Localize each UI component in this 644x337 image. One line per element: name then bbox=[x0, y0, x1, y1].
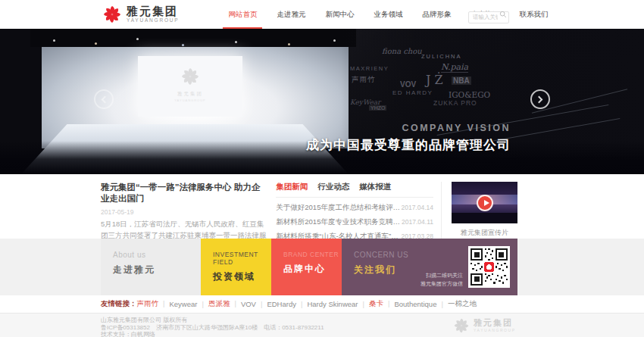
backdrop-title: 雅元集团 bbox=[164, 91, 217, 98]
news-item-title: 关于做好2015年度工作总结和考核评比等工作的通知 bbox=[276, 203, 401, 213]
search-box bbox=[468, 8, 509, 20]
backdrop-logo: 雅元集团 YAYUANGROUP bbox=[164, 67, 217, 102]
qr-caption: 扫描二维码关注 雅元集团官方微信 bbox=[420, 272, 463, 288]
vision-tagline-cn: 成为中国最受尊重的品牌管理公司 bbox=[306, 136, 511, 154]
tab-group-news[interactable]: 集团新闻 bbox=[276, 182, 308, 192]
brand-mark: ED HARDY bbox=[392, 89, 433, 96]
band-about-en: About us bbox=[113, 251, 201, 259]
nav-item-brand[interactable]: 品牌形象 bbox=[412, 0, 461, 29]
backdrop-subtitle: YAYUANGROUP bbox=[164, 98, 217, 102]
footer-logo: 雅元集团 YAYUANGROUP bbox=[453, 317, 516, 334]
hero-carousel: 雅元集团 YAYUANGROUP fiona chou ZULICHNA N.p… bbox=[0, 29, 644, 174]
news-list-item[interactable]: 关于做好2015年度工作总结和考核评比等工作的通知 2017.04.14 bbox=[276, 203, 433, 213]
chevron-right-icon bbox=[536, 96, 543, 104]
friendly-link[interactable]: 声雨竹 bbox=[137, 299, 170, 309]
friendly-link[interactable]: VOV bbox=[241, 300, 267, 308]
band-brand-en: BRAND CENTER bbox=[283, 251, 342, 258]
nav-item-home[interactable]: 网站首页 bbox=[218, 0, 267, 29]
news-section: 雅元集团“一带一路”法律服务中心 助力企业走出国门 2017-05-19 5月1… bbox=[101, 174, 517, 239]
news-item-date: 2017.04.14 bbox=[401, 204, 433, 211]
quick-links-band: About us 走进雅元 INVESTMENT FIELD 投资领域 BRAN… bbox=[0, 239, 644, 295]
brand-mark: IGO&EGO bbox=[449, 90, 490, 99]
company-name: 雅元集团 bbox=[127, 5, 179, 17]
qr-pattern bbox=[470, 248, 508, 286]
friendly-link[interactable]: 桑卡 bbox=[369, 299, 394, 309]
band-block-concern[interactable]: CONCERN US 关注我们 扫描二维码关注 雅元集团官方微信 bbox=[342, 239, 517, 295]
nav-item-business[interactable]: 业务领域 bbox=[364, 0, 412, 29]
promo-video-thumbnail[interactable] bbox=[452, 182, 517, 223]
friendly-links-label: 友情链接： bbox=[101, 299, 137, 309]
friendly-links-bar: 友情链接： 声雨竹 Keywear 恩派雅 VOV EDHardy Hardy … bbox=[101, 295, 644, 313]
band-block-brand[interactable]: BRAND CENTER 品牌中心 bbox=[271, 239, 342, 295]
band-about-cn: 走进雅元 bbox=[113, 264, 201, 276]
copyright-line: 山东雅元集团有限公司 版权所有 bbox=[101, 317, 644, 324]
brand-mark: N.paia bbox=[441, 62, 468, 73]
tech-support-line: 技术支持：白帆网络 bbox=[101, 331, 644, 337]
icp-address-line: 鲁ICP备05313852 济南市历下区山大路华强国际A座10楼 电话：0531… bbox=[101, 324, 644, 332]
news-item-date: 2017.04.11 bbox=[402, 218, 433, 226]
footer-flower-icon bbox=[453, 317, 470, 334]
friendly-link[interactable]: 恩派雅 bbox=[208, 299, 241, 309]
news-list-item[interactable]: 新材料所2015年度专业技术职务竞聘申报公示 2017.04.11 bbox=[276, 217, 433, 227]
featured-article: 雅元集团“一带一路”法律服务中心 助力企业走出国门 2017-05-19 5月1… bbox=[101, 182, 268, 239]
brand-mark: ZULICHNA bbox=[421, 53, 462, 60]
news-list: 集团新闻 行业动态 媒体报道 关于做好2015年度工作总结和考核评比等工作的通知… bbox=[276, 182, 442, 239]
brand-mark: NBA bbox=[452, 76, 471, 85]
friendly-link[interactable]: EDHardy bbox=[267, 300, 307, 308]
band-block-investment[interactable]: INVESTMENT FIELD 投资领域 bbox=[201, 239, 271, 295]
tab-industry-news[interactable]: 行业动态 bbox=[317, 182, 349, 192]
video-caption: 雅元集团宣传片 bbox=[452, 228, 517, 238]
band-investment-cn: 投资领域 bbox=[213, 270, 271, 283]
band-block-about[interactable]: About us 走进雅元 bbox=[101, 239, 201, 295]
band-investment-en: INVESTMENT FIELD bbox=[213, 251, 271, 266]
carousel-next-button[interactable] bbox=[530, 89, 550, 109]
stage-truss bbox=[30, 29, 356, 47]
brand-mark: MAXRIENY bbox=[350, 65, 389, 72]
news-item-title: 新材料所2015年度专业技术职务竞聘申报公示 bbox=[276, 217, 401, 227]
brand-mark: YHZO bbox=[369, 105, 386, 111]
tab-media-news[interactable]: 媒体报道 bbox=[359, 182, 391, 192]
company-logo[interactable]: 雅元集团 YAYUANGROUP bbox=[102, 5, 179, 24]
brand-mark: ZUKKA PRO bbox=[433, 99, 477, 107]
flower-logo-icon bbox=[102, 5, 122, 24]
news-tabs: 集团新闻 行业动态 媒体报道 bbox=[276, 182, 433, 198]
backdrop-flower-icon bbox=[180, 67, 200, 86]
footer-company-name: 雅元集团 bbox=[474, 319, 516, 327]
friendly-link[interactable]: Bouthentique bbox=[394, 300, 447, 308]
page: 雅元集团 YAYUANGROUP 网站首页 走进雅元 新闻中心 业务领域 品牌形… bbox=[0, 0, 644, 337]
chevron-left-icon bbox=[102, 96, 109, 104]
company-name-en: YAYUANGROUP bbox=[127, 18, 179, 23]
brand-mark: 声雨竹 bbox=[352, 75, 376, 85]
header: 雅元集团 YAYUANGROUP 网站首页 走进雅元 新闻中心 业务领域 品牌形… bbox=[0, 0, 644, 29]
band-brand-cn: 品牌中心 bbox=[283, 263, 342, 276]
friendly-link[interactable]: Hardy Skinwear bbox=[307, 300, 369, 308]
friendly-link[interactable]: Keywear bbox=[169, 300, 208, 308]
friendly-link[interactable]: 一棉之地 bbox=[448, 299, 477, 309]
nav-item-about[interactable]: 走进雅元 bbox=[267, 0, 315, 29]
featured-article-title[interactable]: 雅元集团“一带一路”法律服务中心 助力企业走出国门 bbox=[101, 182, 268, 204]
footer-company-name-en: YAYUANGROUP bbox=[474, 329, 516, 332]
search-icon[interactable] bbox=[499, 11, 507, 18]
wechat-qr-code bbox=[468, 246, 510, 288]
play-icon[interactable] bbox=[477, 195, 493, 211]
brand-mark: J Ż bbox=[426, 73, 443, 87]
nav-item-news[interactable]: 新闻中心 bbox=[315, 0, 364, 29]
featured-article-date: 2017-05-19 bbox=[101, 208, 268, 216]
nav-item-contact[interactable]: 联系我们 bbox=[509, 0, 558, 29]
video-column: 雅元集团宣传片 bbox=[452, 182, 517, 239]
stage-lights bbox=[53, 39, 55, 42]
brand-mark: fiona chou bbox=[382, 47, 422, 55]
footer: 山东雅元集团有限公司 版权所有 鲁ICP备05313852 济南市历下区山大路华… bbox=[0, 313, 644, 337]
carousel-prev-button[interactable] bbox=[94, 89, 114, 109]
vision-tagline-en: COMPANY VISION bbox=[402, 123, 511, 133]
brand-mark: VOV bbox=[400, 80, 416, 89]
